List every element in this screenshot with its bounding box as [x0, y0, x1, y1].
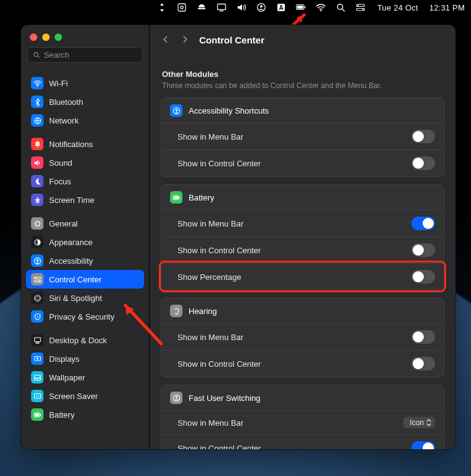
detail-body[interactable]: Other Modules These modules can be added… [150, 55, 455, 449]
svg-marker-19 [297, 15, 304, 23]
battery-icon[interactable] [295, 2, 307, 13]
svg-line-14 [342, 9, 344, 12]
app-icon[interactable] [196, 2, 207, 13]
svg-rect-4 [220, 11, 223, 11]
sidebar-item-accessibility[interactable]: Accessibility [26, 251, 144, 270]
sidebar-item-label: Bluetooth [49, 97, 83, 107]
back-button[interactable] [162, 35, 172, 45]
updown-icon[interactable] [156, 2, 168, 13]
screenshot-icon[interactable] [176, 2, 187, 13]
sidebar-item-bluetooth[interactable]: Bluetooth [26, 92, 144, 111]
volume-icon[interactable] [236, 2, 247, 13]
sidebar-item-general[interactable]: General [26, 214, 144, 233]
svg-point-33 [38, 281, 40, 282]
option-select[interactable]: Icon [403, 417, 435, 428]
sidebar-item-wallpaper[interactable]: Wallpaper [26, 368, 144, 387]
sidebar-item-label: Network [49, 116, 79, 125]
screentime-icon [31, 194, 43, 206]
option-label: Show Percentage [177, 272, 241, 282]
sidebar-item-label: Screen Time [49, 195, 94, 205]
wifi-icon[interactable] [315, 2, 326, 13]
controlcenter-icon [31, 273, 43, 285]
sidebar-item-label: Desktop & Dock [49, 336, 107, 345]
module-fus: Fast User SwitchingShow in Menu BarIconS… [161, 385, 444, 449]
sidebar-item-label: Displays [49, 354, 79, 364]
option-label: Show in Menu Bar [177, 418, 243, 428]
sidebar-item-label: Appearance [49, 238, 92, 247]
sidebar-item-network[interactable]: Network [26, 111, 144, 130]
option-toggle[interactable] [411, 330, 435, 344]
control-center-icon[interactable] [355, 2, 366, 13]
option-label: Show in Menu Bar [177, 132, 243, 141]
sidebar-item-wifi[interactable]: Wi-Fi [26, 74, 144, 92]
sidebar-item-displays[interactable]: Displays [26, 349, 144, 368]
focus-icon [31, 175, 43, 187]
sidebar-item-notifications[interactable]: Notifications [26, 135, 144, 153]
option-toggle[interactable] [411, 441, 435, 449]
window-controls [21, 25, 149, 47]
option-label: Show in Menu Bar [177, 219, 243, 228]
module-name: Fast User Switching [189, 393, 261, 403]
svg-point-24 [37, 146, 38, 147]
wifi-icon [31, 77, 43, 89]
battery-icon [170, 191, 182, 204]
option-toggle[interactable] [411, 357, 435, 370]
option-row: Show Percentage [161, 263, 444, 290]
option-toggle[interactable] [411, 130, 435, 143]
sidebar-item-focus[interactable]: Focus [26, 172, 144, 191]
svg-rect-43 [35, 413, 39, 416]
sidebar-item-siri[interactable]: Siri & Spotlight [26, 289, 144, 307]
minimize-button[interactable] [42, 34, 50, 41]
forward-button[interactable] [181, 35, 191, 45]
sidebar-item-screensaver[interactable]: Screen Saver [26, 387, 144, 405]
maximize-button[interactable] [55, 34, 62, 41]
system-settings-window: Wi-FiBluetoothNetworkNotificationsSoundF… [21, 25, 455, 449]
svg-point-46 [176, 109, 177, 110]
user-switch-icon[interactable] [256, 2, 267, 13]
option-toggle[interactable] [411, 156, 435, 170]
menubar-time[interactable]: 12:31 PM [429, 3, 465, 12]
svg-rect-2 [198, 8, 205, 9]
svg-rect-36 [34, 338, 40, 342]
option-toggle[interactable] [411, 270, 435, 284]
sidebar-item-sound[interactable]: Sound [26, 153, 144, 172]
section-title: Other Modules [162, 70, 443, 79]
bluetooth-icon [31, 96, 43, 108]
svg-point-29 [37, 259, 38, 260]
svg-rect-3 [217, 4, 225, 10]
option-toggle[interactable] [411, 217, 435, 230]
display-icon[interactable] [216, 2, 227, 13]
option-row: Show in Control Center [161, 434, 444, 449]
sidebar-list[interactable]: Wi-FiBluetoothNetworkNotificationsSoundF… [21, 69, 149, 449]
sidebar-item-appearance[interactable]: Appearance [26, 233, 144, 251]
search-icon [33, 51, 40, 59]
svg-line-21 [38, 56, 40, 58]
svg-point-12 [320, 10, 321, 11]
sidebar-item-screentime[interactable]: Screen Time [26, 191, 144, 209]
svg-rect-37 [35, 342, 40, 343]
option-label: Show in Menu Bar [177, 333, 243, 342]
sidebar-item-desktopdock[interactable]: Desktop & Dock [26, 331, 144, 349]
search-input[interactable] [44, 50, 137, 60]
svg-rect-48 [174, 196, 178, 199]
option-row: Show in Menu BarIcon [161, 410, 444, 434]
section-subtitle: These modules can be added to Control Ce… [162, 81, 443, 90]
svg-point-39 [36, 357, 38, 359]
close-button[interactable] [30, 34, 37, 41]
spotlight-icon[interactable] [335, 2, 346, 13]
sidebar-item-battery[interactable]: Battery [26, 405, 144, 424]
option-label: Show in Control Center [177, 444, 261, 450]
svg-point-18 [362, 9, 364, 10]
sidebar-item-label: Siri & Spotlight [49, 294, 102, 303]
keyboard-input-icon[interactable]: A [276, 2, 287, 13]
search-field[interactable] [27, 47, 143, 63]
sidebar-item-label: Privacy & Security [49, 312, 114, 321]
page-title: Control Center [199, 35, 264, 45]
sidebar-item-privacy[interactable]: Privacy & Security [26, 307, 144, 326]
option-toggle[interactable] [411, 243, 435, 257]
menubar-date[interactable]: Tue 24 Oct [377, 3, 418, 12]
menubar: A Tue 24 Oct 12:31 PM [0, 0, 471, 15]
sidebar-item-label: Wallpaper [49, 373, 85, 382]
sidebar-item-controlcenter[interactable]: Control Center [26, 270, 144, 289]
a11y-icon [170, 104, 182, 117]
